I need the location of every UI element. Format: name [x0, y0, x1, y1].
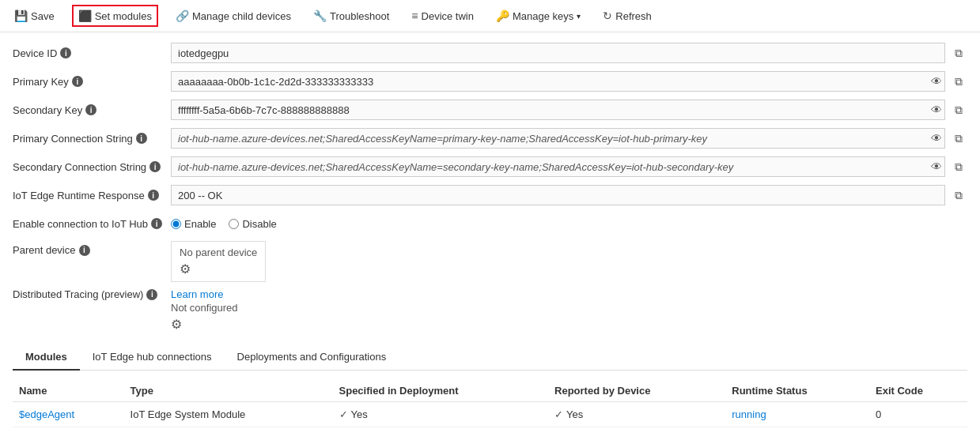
table-row: $edgeAgent IoT Edge System Module Yes Ye… [13, 402, 967, 427]
iot-edge-runtime-input[interactable] [171, 185, 945, 205]
parent-device-info-icon[interactable]: i [79, 245, 90, 256]
secondary-conn-eye-button[interactable]: 👁 [931, 160, 942, 173]
refresh-button[interactable]: ↻ Refresh [598, 6, 656, 25]
primary-key-input[interactable] [171, 71, 945, 92]
secondary-key-info-icon[interactable]: i [85, 104, 96, 115]
enable-connection-radio-group: Enable Disable [171, 218, 277, 230]
distributed-tracing-label: Distributed Tracing (preview) i [13, 288, 171, 300]
toolbar: 💾 Save ⬛ Set modules 🔗 Manage child devi… [0, 0, 980, 32]
parent-device-box: No parent device ⚙ [171, 241, 266, 282]
device-twin-button[interactable]: ≡ Device twin [407, 6, 479, 25]
modules-table: Name Type Specified in Deployment Report… [13, 380, 967, 429]
secondary-conn-copy-button[interactable]: ⧉ [952, 159, 966, 175]
tabs-container: Modules IoT Edge hub connections Deploym… [13, 344, 967, 371]
manage-keys-button[interactable]: 🔑 Manage keys ▾ [491, 6, 585, 25]
manage-child-devices-button[interactable]: 🔗 Manage child devices [171, 6, 296, 25]
secondary-key-label: Secondary Key i [13, 104, 171, 116]
distributed-tracing-gear-icon[interactable]: ⚙ [171, 317, 238, 332]
tab-iot-edge-hub-connections[interactable]: IoT Edge hub connections [80, 344, 225, 371]
primary-conn-input-wrap: 👁 ⧉ [171, 128, 945, 149]
iot-edge-runtime-copy-button[interactable]: ⧉ [952, 187, 966, 204]
enable-connection-info-icon[interactable]: i [151, 218, 162, 229]
iot-edge-runtime-input-wrap: ⧉ [171, 185, 945, 205]
secondary-conn-label: Secondary Connection String i [13, 161, 171, 173]
iot-edge-runtime-info-icon[interactable]: i [148, 190, 159, 201]
secondary-conn-row: Secondary Connection String i 👁 ⧉ [13, 156, 967, 178]
module-specified-0: Yes [333, 402, 549, 427]
manage-keys-icon: 🔑 [496, 9, 509, 22]
primary-conn-label: Primary Connection String i [13, 133, 171, 145]
col-runtime-status: Runtime Status [725, 380, 869, 402]
secondary-conn-input-wrap: 👁 ⧉ [171, 156, 945, 177]
distributed-tracing-info-icon[interactable]: i [146, 289, 157, 300]
module-name-link-0[interactable]: $edgeAgent [19, 408, 74, 420]
troubleshoot-icon: 🔧 [313, 9, 327, 22]
col-reported-device: Reported by Device [548, 380, 725, 402]
col-type: Type [124, 380, 333, 402]
parent-device-row: Parent device i No parent device ⚙ [13, 241, 967, 282]
enable-radio-input[interactable] [171, 219, 181, 229]
primary-key-eye-button[interactable]: 👁 [931, 75, 942, 88]
primary-conn-info-icon[interactable]: i [136, 133, 147, 144]
set-modules-icon: ⬛ [78, 9, 92, 22]
manage-child-icon: 🔗 [176, 9, 189, 22]
device-id-info-icon[interactable]: i [60, 47, 71, 58]
disable-radio-option[interactable]: Disable [229, 218, 276, 230]
secondary-key-input[interactable] [171, 100, 945, 120]
refresh-icon: ↻ [603, 9, 612, 22]
tab-deployments-configurations[interactable]: Deployments and Configurations [225, 344, 399, 371]
distributed-tracing-row: Distributed Tracing (preview) i Learn mo… [13, 288, 967, 332]
save-button[interactable]: 💾 Save [9, 6, 59, 25]
module-reported-0: Yes [548, 402, 725, 427]
modules-table-header: Name Type Specified in Deployment Report… [13, 380, 967, 402]
primary-conn-input[interactable] [171, 128, 945, 149]
secondary-key-eye-button[interactable]: 👁 [931, 103, 942, 116]
module-runtime-0: running [725, 402, 869, 427]
iot-edge-runtime-label: IoT Edge Runtime Response i [13, 190, 171, 201]
primary-key-row: Primary Key i 👁 ⧉ [13, 70, 967, 92]
set-modules-button[interactable]: ⬛ Set modules [72, 5, 158, 27]
secondary-key-input-wrap: 👁 ⧉ [171, 100, 945, 120]
enable-connection-label: Enable connection to IoT Hub i [13, 218, 171, 230]
module-type-0: IoT Edge System Module [124, 402, 333, 427]
primary-key-info-icon[interactable]: i [72, 76, 83, 87]
device-id-input-wrap: ⧉ [171, 43, 945, 63]
no-parent-device-text: No parent device [180, 246, 257, 258]
device-id-row: Device ID i ⧉ [13, 42, 967, 64]
parent-device-gear-icon[interactable]: ⚙ [180, 262, 257, 277]
modules-table-body: $edgeAgent IoT Edge System Module Yes Ye… [13, 402, 967, 430]
troubleshoot-button[interactable]: 🔧 Troubleshoot [308, 6, 394, 25]
enable-radio-option[interactable]: Enable [171, 218, 216, 230]
device-id-input[interactable] [171, 43, 945, 63]
modules-table-section: Name Type Specified in Deployment Report… [13, 380, 967, 429]
secondary-key-row: Secondary Key i 👁 ⧉ [13, 99, 967, 121]
secondary-key-copy-button[interactable]: ⧉ [952, 102, 966, 119]
main-content: Device ID i ⧉ Primary Key i 👁 ⧉ Secondar… [0, 32, 980, 429]
col-name: Name [13, 380, 124, 402]
tab-modules[interactable]: Modules [13, 344, 80, 371]
primary-key-input-wrap: 👁 ⧉ [171, 71, 945, 92]
secondary-conn-info-icon[interactable]: i [149, 161, 161, 172]
device-id-label: Device ID i [13, 47, 171, 59]
enable-connection-row: Enable connection to IoT Hub i Enable Di… [13, 213, 967, 235]
device-twin-icon: ≡ [411, 9, 418, 22]
col-exit-code: Exit Code [869, 380, 967, 402]
save-icon: 💾 [14, 9, 28, 22]
primary-key-copy-button[interactable]: ⧉ [952, 73, 966, 90]
parent-device-label: Parent device i [13, 244, 171, 256]
col-specified-deployment: Specified in Deployment [333, 380, 549, 402]
device-id-copy-button[interactable]: ⧉ [952, 45, 966, 62]
secondary-conn-input[interactable] [171, 156, 945, 177]
primary-conn-row: Primary Connection String i 👁 ⧉ [13, 127, 967, 149]
primary-conn-copy-button[interactable]: ⧉ [952, 130, 966, 147]
not-configured-text: Not configured [171, 302, 238, 314]
primary-conn-eye-button[interactable]: 👁 [931, 132, 942, 145]
primary-key-label: Primary Key i [13, 76, 171, 88]
manage-keys-dropdown-icon: ▾ [577, 12, 581, 21]
learn-more-link[interactable]: Learn more [171, 288, 238, 300]
distributed-tracing-content: Learn more Not configured ⚙ [171, 288, 238, 332]
module-exit-0: 0 [869, 402, 967, 427]
disable-radio-input[interactable] [229, 219, 239, 229]
iot-edge-runtime-row: IoT Edge Runtime Response i ⧉ [13, 184, 967, 206]
